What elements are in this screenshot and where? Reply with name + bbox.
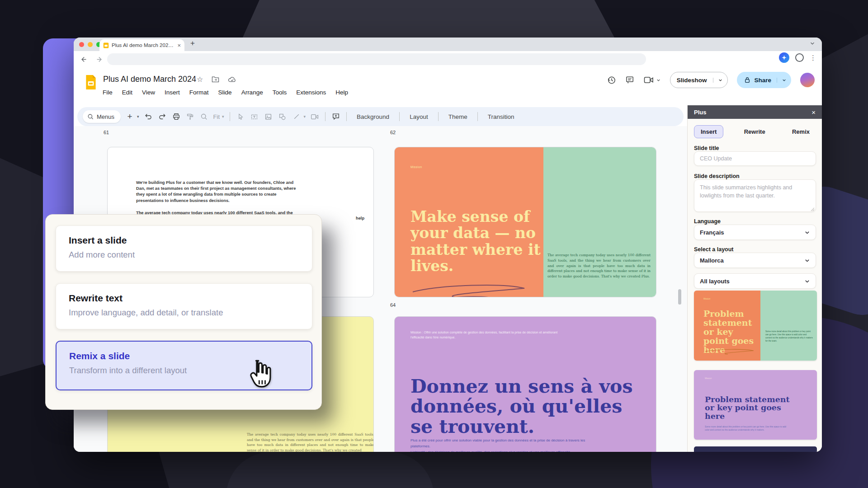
close-window-button[interactable] (79, 42, 84, 47)
join-call-button[interactable] (644, 76, 661, 84)
add-comment-icon[interactable] (331, 112, 341, 122)
option-title: Insert a slide (69, 235, 312, 246)
slide-number: 61 (104, 130, 109, 135)
layout-button[interactable]: Layout (405, 113, 433, 120)
select-layout-label: Select a layout (694, 246, 734, 253)
insert-image-icon[interactable] (264, 112, 274, 122)
share-button[interactable]: Share (737, 72, 791, 88)
version-history-icon[interactable] (607, 75, 616, 85)
address-bar[interactable] (107, 53, 646, 65)
option-insert-a-slide[interactable]: Insert a slide Add more content (56, 225, 312, 272)
hand-pointer-cursor-icon (246, 358, 274, 392)
plus-sidebar: Plus × Insert Rewrite Remix Slide title … (687, 105, 822, 452)
browser-profile-icon[interactable] (795, 53, 804, 62)
slideshow-dropdown[interactable] (713, 78, 727, 83)
minimize-window-button[interactable] (88, 42, 93, 47)
slide-title-input[interactable] (694, 151, 816, 166)
menu-format[interactable]: Format (189, 89, 209, 96)
menu-view[interactable]: View (142, 89, 155, 96)
tab-search-chevron-icon[interactable] (809, 40, 816, 47)
back-icon[interactable] (78, 54, 88, 64)
insert-line-icon[interactable] (292, 112, 302, 122)
fit-zoom-chevron-icon[interactable]: ▾ (222, 114, 224, 119)
scribble-underline (703, 347, 757, 356)
zoom-icon[interactable] (199, 112, 209, 122)
layout-preview-split[interactable]: Mission Problem statement or key point g… (694, 291, 817, 361)
slides-favicon (103, 42, 109, 48)
page: Plus AI demo March 2024 - G × + (0, 0, 868, 488)
theme-button[interactable]: Theme (444, 113, 472, 120)
slide-title-label: Slide title (694, 145, 719, 151)
preview-kicker: Mission (703, 298, 710, 300)
layout-filter-select[interactable]: All layouts (694, 273, 816, 289)
new-slide-chevron-icon[interactable]: ▾ (137, 114, 139, 119)
new-slide-button[interactable]: + (125, 112, 135, 122)
insert-shape-icon[interactable] (278, 112, 288, 122)
menu-arrange[interactable]: Arrange (241, 89, 263, 96)
menu-tools[interactable]: Tools (273, 89, 287, 96)
browser-menu-icon[interactable]: ⋮ (810, 54, 816, 62)
sidebar-header: Plus × (688, 105, 822, 119)
menus-search-pill[interactable]: Menus (83, 110, 121, 123)
textarea-resize-handle[interactable] (811, 207, 815, 211)
select-cursor-icon[interactable] (236, 112, 245, 122)
plus-ai-extension-icon[interactable] (779, 52, 789, 63)
slide-64-body: Plus a été créé pour offrir une solution… (410, 438, 605, 452)
option-rewrite-text[interactable]: Rewrite text Improve language, add detai… (56, 283, 312, 329)
slide-62-body: The average tech company today uses near… (547, 253, 651, 279)
comment-history-icon[interactable] (625, 75, 635, 85)
slide-thumbnail-62[interactable]: Mission Make sense of your data — no mat… (394, 147, 656, 297)
new-tab-button[interactable]: + (190, 39, 195, 48)
tab-rewrite[interactable]: Rewrite (738, 126, 772, 138)
layout-select[interactable]: Mallorca (694, 253, 816, 268)
menu-extensions[interactable]: Extensions (296, 89, 326, 96)
option-subtitle: Add more content (69, 250, 312, 260)
share-dropdown[interactable] (777, 78, 791, 83)
layout-preview-dark-partial[interactable] (694, 446, 817, 452)
canvas-scrollbar[interactable] (678, 289, 681, 305)
layout-preview-solid[interactable]: Mission Problem statement or key point g… (694, 370, 817, 440)
menu-file[interactable]: File (103, 89, 113, 96)
slide-64-heading: Donnez un sens à vos données, où qu'elle… (410, 376, 639, 436)
menu-insert[interactable]: Insert (165, 89, 180, 96)
cloud-status-icon[interactable] (228, 76, 236, 83)
slide-thumbnail-64[interactable]: Mission : Offrir une solution complète d… (394, 316, 656, 452)
text-box-icon[interactable] (250, 112, 259, 122)
window-controls (79, 42, 101, 47)
undo-icon[interactable] (143, 112, 153, 122)
forward-icon[interactable] (94, 54, 104, 64)
menu-slide[interactable]: Slide (218, 89, 232, 96)
preview-heading: Problem statement or key point goes here (705, 395, 800, 420)
slide-description-textarea[interactable] (694, 179, 816, 212)
menu-edit[interactable]: Edit (122, 89, 132, 96)
print-icon[interactable] (171, 112, 181, 122)
sidebar-close-icon[interactable]: × (811, 108, 816, 116)
slideshow-label: Slideshow (670, 77, 713, 84)
option-subtitle: Transform into a different layout (69, 366, 311, 375)
transition-button[interactable]: Transition (483, 113, 519, 120)
document-title[interactable]: Plus AI demo March 2024 (103, 75, 196, 84)
search-icon (87, 113, 94, 120)
tab-close-icon[interactable]: × (177, 42, 181, 48)
tab-insert[interactable]: Insert (694, 125, 723, 138)
insert-video-icon[interactable] (310, 112, 320, 122)
decor-shape (226, 452, 434, 488)
line-chevron-icon[interactable]: ▾ (304, 114, 306, 119)
docs-header: Plus AI demo March 2024 ☆ File Edit View… (74, 67, 822, 107)
background-button[interactable]: Background (352, 113, 394, 120)
slideshow-button[interactable]: Slideshow (670, 72, 728, 88)
sidebar-title: Plus (694, 109, 706, 116)
tab-remix[interactable]: Remix (786, 126, 816, 138)
avatar[interactable] (800, 73, 815, 87)
language-select[interactable]: Français (694, 225, 816, 240)
move-folder-icon[interactable] (212, 76, 219, 83)
fit-zoom-label[interactable]: Fit (213, 113, 220, 120)
redo-icon[interactable] (157, 112, 167, 122)
menu-help[interactable]: Help (335, 89, 348, 96)
chevron-down-icon (804, 258, 810, 263)
paint-format-icon[interactable] (185, 112, 195, 122)
browser-tab[interactable]: Plus AI demo March 2024 - G × (99, 39, 184, 51)
star-icon[interactable]: ☆ (197, 75, 203, 84)
tab-title: Plus AI demo March 2024 - G (112, 42, 175, 48)
language-label: Language (694, 218, 721, 225)
